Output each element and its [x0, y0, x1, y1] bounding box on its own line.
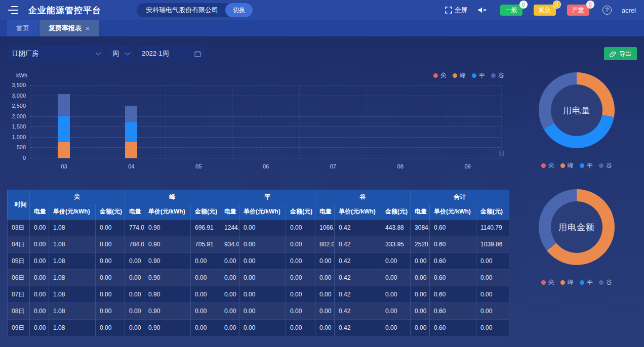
col-header-time: 时间: [8, 190, 30, 220]
cell-value: 0.00: [96, 286, 125, 303]
cell-value: 0.00: [381, 286, 411, 303]
legend-item-平[interactable]: 平: [580, 278, 593, 287]
cell-value: 0.00: [30, 236, 49, 253]
legend-item-峰[interactable]: 峰: [560, 278, 574, 287]
cell-value: 0.00: [476, 303, 509, 320]
cell-value: 0.00: [239, 270, 286, 286]
legend-item-平[interactable]: 平: [472, 71, 485, 80]
cell-value: 0.00: [381, 320, 411, 336]
legend-item-峰[interactable]: 峰: [453, 71, 466, 80]
company-selector: 安科瑞电气股份有限公司 切换: [137, 3, 253, 17]
cell-value: 0.00: [411, 303, 430, 320]
cell-value: 0.42: [335, 220, 381, 236]
help-icon[interactable]: ?: [602, 6, 612, 15]
vertical-gridline: [98, 85, 98, 158]
energy-cost-donut-title: 用电金额: [551, 201, 602, 253]
legend-label: 谷: [498, 71, 504, 80]
cell-value: 0.00: [96, 303, 125, 320]
cell-value: 0.42: [335, 303, 381, 320]
alert-severe-button[interactable]: 严重 0: [567, 5, 589, 16]
switch-company-button[interactable]: 切换: [225, 3, 253, 17]
rate-report-table: 时间尖峰平谷合计电量单价(元/kWh)金额(元)电量单价(元/kWh)金额(元)…: [7, 190, 509, 336]
legend-item-谷[interactable]: 谷: [599, 161, 612, 170]
cell-value: 0.00: [286, 270, 315, 286]
legend-item-谷[interactable]: 谷: [491, 71, 504, 80]
legend-dot-icon: [560, 163, 565, 168]
legend-label: 尖: [548, 278, 554, 287]
legend-dot-icon: [560, 280, 565, 285]
cell-value: 0.00: [191, 270, 220, 286]
alert-normal-count: 0: [519, 1, 528, 9]
cell-value: 1140.79: [476, 220, 509, 236]
col-subheader: 单价(元/kWh): [49, 204, 96, 220]
legend-dot-icon: [541, 280, 546, 285]
cell-value: 0.00: [220, 286, 239, 303]
cell-value: 774.00: [125, 220, 144, 236]
alert-normal-button[interactable]: 一般 0: [500, 5, 522, 16]
bar-chart-legend: 尖峰平谷: [433, 71, 504, 80]
cell-value: 0.00: [125, 253, 144, 270]
alert-urgent-count: 0: [553, 1, 561, 9]
legend-item-谷[interactable]: 谷: [599, 278, 612, 287]
fullscreen-button[interactable]: 全屏: [445, 6, 468, 15]
y-axis-unit: kWh: [16, 72, 27, 78]
cell-value: 0.42: [335, 253, 381, 270]
cell-value: 0.00: [381, 270, 411, 286]
cell-value: 0.00: [411, 286, 430, 303]
cell-value: 0.00: [315, 253, 335, 270]
cell-value: 0.60: [430, 253, 476, 270]
legend-label: 谷: [606, 161, 612, 170]
cell-value: 0.00: [315, 303, 335, 320]
bar-07: [327, 85, 339, 158]
chevron-down-icon: [95, 50, 101, 55]
tab-home[interactable]: 首页: [7, 20, 38, 36]
cell-value: 0.00: [96, 320, 125, 336]
site-select[interactable]: 江阴厂房: [7, 46, 104, 61]
period-select[interactable]: 周: [107, 46, 134, 61]
cell-value: 0.00: [239, 236, 286, 253]
bar-08: [394, 85, 407, 158]
y-axis-tick: 2,500: [12, 103, 26, 109]
cell-value: 0.00: [30, 320, 49, 336]
date-picker[interactable]: 2022-1周: [137, 46, 206, 61]
cell-value: 0.00: [286, 286, 315, 303]
y-axis-tick: 2,000: [12, 113, 26, 119]
legend-item-平[interactable]: 平: [580, 161, 593, 170]
alert-urgent-button[interactable]: 紧急 0: [534, 5, 556, 16]
cell-value: 0.00: [411, 253, 430, 270]
content-area: kWh 尖峰平谷 05001,0001,5002,0002,5003,0003,…: [0, 61, 644, 336]
vertical-gridline: [501, 85, 502, 158]
menu-fold-icon[interactable]: [8, 6, 18, 14]
tab-rate-report[interactable]: 复费率报表 ×: [39, 20, 99, 36]
cell-value: 0.00: [239, 286, 286, 303]
cell-value: 0.00: [125, 320, 144, 336]
cell-time: 05日: [8, 253, 30, 270]
mute-icon[interactable]: [478, 7, 487, 14]
tab-close-icon[interactable]: ×: [86, 25, 90, 32]
cell-value: 0.00: [476, 320, 509, 336]
page-title: 企业能源管控平台: [28, 5, 101, 16]
legend-item-尖[interactable]: 尖: [433, 71, 447, 80]
username[interactable]: acrel: [622, 7, 636, 14]
legend-item-尖[interactable]: 尖: [541, 278, 554, 287]
paperclip-icon: [610, 51, 616, 57]
export-button[interactable]: 导出: [604, 47, 637, 60]
cell-value: 0.00: [239, 303, 286, 320]
cell-value: 3084.00: [411, 220, 430, 236]
legend-item-尖[interactable]: 尖: [541, 161, 554, 170]
header-actions: 全屏 一般 0 紧急 0 严重 0 ? acrel: [445, 5, 636, 16]
stacked-bar-chart: kWh 尖峰平谷 05001,0001,5002,0002,5003,0003,…: [7, 71, 509, 170]
table-row: 07日0.001.080.000.000.900.000.000.000.000…: [8, 286, 509, 303]
cell-value: 0.00: [125, 303, 144, 320]
cell-value: 0.90: [144, 220, 191, 236]
cell-value: 1.08: [49, 286, 96, 303]
cell-value: 443.88: [381, 220, 411, 236]
vertical-gridline: [232, 85, 233, 158]
cell-value: 333.95: [381, 236, 411, 253]
cell-value: 0.00: [191, 286, 220, 303]
legend-label: 尖: [548, 161, 554, 170]
legend-item-峰[interactable]: 峰: [560, 161, 574, 170]
col-subheader: 电量: [315, 204, 335, 220]
cell-value: 1.08: [49, 253, 96, 270]
x-axis-tick: 06: [263, 163, 269, 169]
